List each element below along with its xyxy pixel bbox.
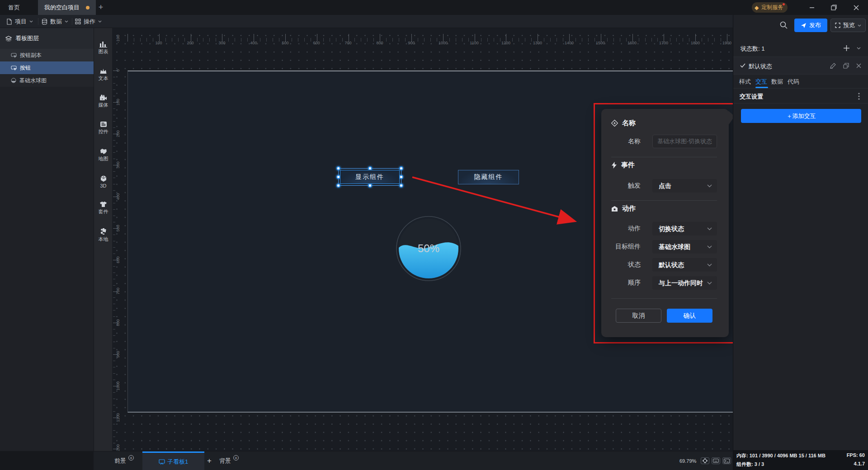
check-icon — [740, 63, 745, 68]
dock-item-kits[interactable]: 套件 — [94, 201, 113, 215]
paper-plane-icon — [801, 23, 807, 28]
layer-item-waterball[interactable]: 基础水球图 — [0, 74, 94, 87]
chevron-down-icon — [65, 20, 68, 23]
trigger-field-label: 触发 — [601, 182, 641, 190]
add-interaction-button[interactable]: ＋添加交互 — [741, 109, 861, 123]
dialog-divider — [611, 298, 717, 299]
panel-toolbar: 发布 预览 — [733, 15, 868, 40]
dialog-section-event: 事件 — [611, 161, 635, 169]
add-foreground-icon[interactable]: + — [128, 455, 134, 461]
state-select[interactable]: 默认状态 — [652, 258, 717, 272]
new-tab-label: + — [99, 3, 104, 12]
state-name-label: 默认状态 — [749, 62, 772, 70]
state-select-value: 默认状态 — [659, 261, 684, 268]
interaction-dialog: 名称 名称 基础水球图-切换状态 事件 触发 点击 动作 — [601, 109, 729, 337]
database-icon — [42, 19, 47, 25]
tab-data[interactable]: 数据 — [771, 78, 783, 86]
add-background-icon[interactable]: + — [233, 455, 239, 461]
close-button[interactable] — [849, 0, 863, 15]
dock-item-local[interactable]: 本地 — [94, 228, 113, 243]
chevron-down-icon — [858, 24, 861, 27]
action-select[interactable]: 切换状态 — [652, 222, 717, 235]
layers-icon — [5, 36, 12, 42]
version-label: 4.1.7 — [854, 461, 865, 466]
dialog-section-name: 名称 — [611, 119, 636, 127]
add-state-icon[interactable] — [843, 45, 850, 52]
dock-item-media[interactable]: 媒体 — [94, 94, 113, 108]
kebab-menu-icon[interactable] — [858, 93, 860, 100]
publish-button[interactable]: 发布 — [794, 19, 827, 32]
dock-item-label: 控件 — [94, 128, 113, 135]
tab-code[interactable]: 代码 — [788, 78, 799, 86]
dialog-divider — [611, 157, 717, 157]
performance-status: 内存: 101 / 3990 / 4096 MB 15 / 116 MB FPS… — [733, 450, 868, 470]
chevron-down-icon[interactable] — [857, 47, 861, 50]
chevron-down-icon — [707, 263, 712, 267]
design-canvas[interactable]: 100 200 300 400 500 600 700 800 900 1000… — [112, 28, 733, 451]
custom-service-badge[interactable]: ◆ 定制服务 — [752, 2, 788, 13]
puzzle-icon — [100, 228, 107, 235]
copy-icon[interactable] — [843, 63, 849, 69]
minimize-button[interactable] — [805, 0, 819, 15]
active-tab-underline — [755, 87, 768, 88]
dialog-section-title: 动作 — [622, 204, 636, 213]
tab-home[interactable]: 首页 — [8, 0, 20, 15]
order-select[interactable]: 与上一动作同时 — [652, 276, 717, 290]
fit-view-icon[interactable] — [701, 457, 709, 464]
tab-project[interactable]: 我的空白项目 — [38, 0, 96, 15]
add-board-button[interactable]: + — [205, 451, 214, 470]
menu-operations[interactable]: 操作 — [75, 15, 102, 28]
keyboard-shortcuts-icon[interactable] — [712, 457, 720, 464]
target-select-value: 基础水球图 — [659, 243, 690, 250]
dialog-name-row: 名称 基础水球图-切换状态 — [601, 135, 729, 148]
widget-icon — [100, 121, 107, 127]
name-section-icon — [611, 120, 618, 127]
board-icon — [159, 459, 165, 465]
dock-item-label: 3D — [94, 183, 113, 188]
app-window: 首页 我的空白项目 + ◆ 定制服务 项目 数据 操作 — [0, 0, 868, 470]
console-icon[interactable] — [722, 457, 731, 464]
dialog-section-action: 动作 — [611, 204, 636, 213]
search-icon[interactable] — [780, 21, 788, 29]
cancel-button[interactable]: 取消 — [616, 309, 661, 323]
dock-item-widgets[interactable]: 控件 — [94, 121, 113, 135]
layer-item-button-copy[interactable]: 按钮副本 — [0, 49, 94, 61]
dialog-divider — [611, 200, 717, 201]
dock-item-3d[interactable]: 3D — [94, 175, 113, 188]
dock-item-label: 图表 — [94, 48, 113, 55]
name-field-label: 名称 — [601, 137, 641, 146]
preview-button-label: 预览 — [843, 21, 855, 29]
default-state-row[interactable]: 默认状态 — [733, 57, 868, 75]
trigger-select[interactable]: 点击 — [652, 179, 717, 193]
chevron-down-icon — [707, 184, 712, 188]
menu-operations-label: 操作 — [84, 18, 95, 26]
tab-style[interactable]: 样式 — [739, 78, 751, 86]
name-input[interactable]: 基础水球图-切换状态 — [652, 135, 717, 148]
new-tab-button[interactable]: + — [94, 0, 108, 15]
confirm-button[interactable]: 确认 — [667, 309, 712, 323]
zoom-level[interactable]: 69.79% — [679, 458, 696, 464]
name-input-placeholder: 基础水球图-切换状态 — [657, 138, 712, 145]
close-icon[interactable] — [856, 63, 861, 68]
background-tab[interactable]: 背景 + — [219, 451, 239, 470]
state-field-label: 状态 — [601, 261, 641, 269]
menu-data[interactable]: 数据 — [42, 15, 68, 28]
chevron-down-icon — [707, 227, 712, 230]
tab-project-label: 我的空白项目 — [44, 4, 80, 12]
layer-item-button[interactable]: 按钮 — [0, 61, 94, 74]
dock-item-map[interactable]: 地图 — [94, 148, 113, 162]
fullscreen-icon — [835, 23, 840, 28]
dock-item-text[interactable]: 文本 — [94, 68, 113, 82]
dialog-trigger-row: 触发 点击 — [601, 179, 729, 193]
preview-button[interactable]: 预览 — [830, 19, 866, 32]
edit-icon[interactable] — [830, 63, 836, 69]
menu-data-label: 数据 — [50, 18, 62, 26]
subboard-tab[interactable]: 子看板1 — [142, 451, 204, 470]
foreground-tab[interactable]: 前景 + — [114, 451, 134, 470]
tab-interaction[interactable]: 交互 — [755, 78, 767, 86]
dock-item-label: 套件 — [94, 208, 113, 215]
menu-project[interactable]: 项目 — [6, 15, 33, 28]
target-select[interactable]: 基础水球图 — [652, 240, 717, 254]
maximize-button[interactable] — [827, 0, 840, 15]
dock-item-charts[interactable]: 图表 — [94, 41, 113, 55]
